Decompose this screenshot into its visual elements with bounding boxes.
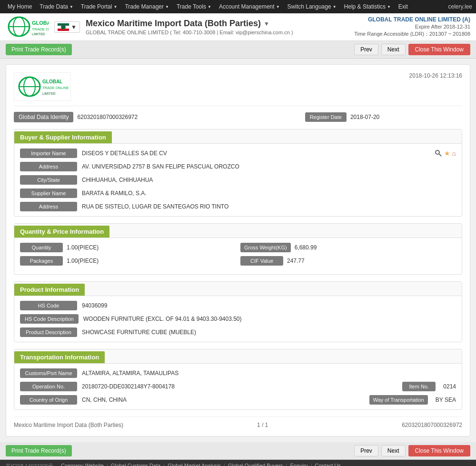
logo-area: GLOBAL TRADE ONLINE LIMITED <box>6 16 49 38</box>
print-button-bottom[interactable]: Print Trade Record(s) <box>6 445 72 456</box>
time-range: Time Range Accessible (LDR)：201307 ~ 201… <box>354 30 470 38</box>
country-selector[interactable]: ▼ <box>54 21 80 33</box>
nav-menu: My Home Trade Data ▼ Trade Portal ▼ Trad… <box>4 0 412 13</box>
importer-name-value: DISEOS Y DETALLES SA DE CV <box>82 150 435 157</box>
hs-code-label: HS Code <box>20 301 77 310</box>
quantity-price-two-col: Quantity 1.00(PIECE) Packages 1.00(PIECE… <box>20 243 456 269</box>
company-logo: GLOBAL TRADE ONLINE LIMITED <box>6 16 49 38</box>
page-footer: 苏ICP备14033305号 Company Website | Global … <box>0 460 476 466</box>
supplier-address-row: Address RUA DE SISTELO, LUGAR DE SANTEGA… <box>20 202 456 211</box>
svg-text:GLOBAL: GLOBAL <box>42 79 62 84</box>
country-flag <box>58 23 69 31</box>
main-content: GLOBAL TRADE ONLINE LIMITED 2018-10-26 1… <box>0 59 476 442</box>
quantity-price-header-wrap: Quantity & Price Information <box>14 224 462 238</box>
quantity-price-section: Quantity & Price Information Quantity 1.… <box>14 223 462 275</box>
svg-text:LIMITED: LIMITED <box>42 92 56 95</box>
prev-button-top[interactable]: Prev <box>354 44 378 55</box>
product-desc-row: Product Description SHOWCASE FURNITURE C… <box>20 327 456 337</box>
footer-enquiry[interactable]: Enquiry <box>290 463 307 466</box>
dropdown-arrow-icon: ▼ <box>71 24 77 30</box>
product-body: HS Code 94036099 HS Code Description WOO… <box>14 296 462 342</box>
header-account-info: GLOBAL TRADE ONLINE LIMITED (A) Expire A… <box>354 16 470 38</box>
hs-code-desc-label: HS Code Description <box>20 314 79 324</box>
importer-address-label: Address <box>20 162 77 171</box>
footer-global-buyers[interactable]: Global Qualified Buyers <box>228 463 283 466</box>
product-section-title: Product Information <box>14 284 85 296</box>
svg-point-12 <box>436 150 439 154</box>
hs-code-desc-value: WOODEN FURNITURE (EXCL. OF 94.01 & 9403.… <box>83 316 456 322</box>
bottom-toolbar-left: Print Trade Record(s) <box>6 445 72 456</box>
nav-exit[interactable]: Exit <box>395 0 412 13</box>
star-icon[interactable]: ★ <box>444 149 450 157</box>
product-desc-label: Product Description <box>20 327 77 337</box>
record-footer: Mexico Maritime Import Data (Both Partie… <box>14 416 462 428</box>
search-icon[interactable] <box>435 149 442 157</box>
buyer-supplier-body: Importer Name DISEOS Y DETALLES SA DE CV… <box>14 144 462 216</box>
customs-port-row: Customs/Port Name ALTAMIRA, ALTAMIRA, TA… <box>20 368 456 378</box>
nav-help-statistics[interactable]: Help & Statistics ▼ <box>340 0 395 13</box>
account-company-name: GLOBAL TRADE ONLINE LIMITED (A) <box>354 16 470 23</box>
buyer-supplier-section: Buyer & Supplier Information Importer Na… <box>14 129 462 217</box>
operation-no-label: Operation No. <box>20 382 77 391</box>
svg-text:TRADE ONLINE: TRADE ONLINE <box>32 27 49 31</box>
title-dropdown-icon[interactable]: ▼ <box>264 20 269 27</box>
nav-my-home[interactable]: My Home <box>4 0 36 13</box>
transportation-section: Transportation Information Customs/Port … <box>14 349 462 410</box>
country-origin-label: Country of Orign <box>20 395 77 405</box>
city-state-label: City/State <box>20 175 77 185</box>
record-header: GLOBAL TRADE ONLINE LIMITED 2018-10-26 1… <box>14 72 462 106</box>
importer-name-row: Importer Name DISEOS Y DETALLES SA DE CV… <box>20 149 456 158</box>
importer-address-value: AV. UNIVERSIDAD 2757 B SAN FELIPE PASCUA… <box>82 163 456 170</box>
footer-contact-us[interactable]: Contact Us <box>315 463 341 466</box>
supplier-address-label: Address <box>20 202 77 211</box>
close-button-bottom[interactable]: Close This Window <box>408 445 470 456</box>
next-button-bottom[interactable]: Next <box>381 445 406 456</box>
quantity-col: Quantity 1.00(PIECE) Packages 1.00(PIECE… <box>20 243 236 269</box>
record-footer-page: 1 / 1 <box>257 422 268 428</box>
footer-global-customs[interactable]: Global Customs Data <box>111 463 161 466</box>
svg-line-13 <box>439 154 441 157</box>
item-no-label: Item No. <box>402 382 436 391</box>
country-origin-value: CN, CHN, CHINA <box>82 397 369 403</box>
nav-trade-tools[interactable]: Trade Tools ▼ <box>173 0 215 13</box>
record-footer-left: Mexico Maritime Import Data (Both Partie… <box>14 422 123 428</box>
print-button-top[interactable]: Print Trade Record(s) <box>6 44 72 55</box>
user-info: celery.lee <box>448 3 472 10</box>
importer-address-row: Address AV. UNIVERSIDAD 2757 B SAN FELIP… <box>20 162 456 171</box>
quantity-value: 1.00(PIECE) <box>67 244 99 251</box>
expire-date: Expire After 2018-12-31 <box>354 24 470 30</box>
importer-name-label: Importer Name <box>20 149 77 158</box>
nav-account-management[interactable]: Account Management ▼ <box>215 0 284 13</box>
transportation-section-title: Transportation Information <box>14 351 105 363</box>
nav-trade-portal[interactable]: Trade Portal ▼ <box>77 0 121 13</box>
gross-weight-label: Gross Weight(KG) <box>240 243 291 252</box>
nav-switch-language[interactable]: Switch Language ▼ <box>284 0 340 13</box>
hs-code-value: 94036099 <box>82 302 456 309</box>
bottom-toolbar: Print Trade Record(s) Prev Next Close Th… <box>0 442 476 460</box>
quantity-row: Quantity 1.00(PIECE) <box>20 243 236 252</box>
register-date-label: Register Date <box>305 112 347 122</box>
country-origin-row: Country of Orign CN, CHN, CHINA Way of T… <box>20 395 456 405</box>
svg-text:TRADE ONLINE: TRADE ONLINE <box>42 86 69 90</box>
company-subtitle: GLOBAL TRADE ONLINE LIMITED ( Tel: 400-7… <box>86 30 348 35</box>
cif-value-row: CIF Value 247.77 <box>240 256 456 266</box>
record-timestamp: 2018-10-26 12:13:16 <box>409 72 462 79</box>
home-icon[interactable]: ⌂ <box>452 149 456 157</box>
footer-company-website[interactable]: Company Website <box>61 463 104 466</box>
buyer-supplier-header-wrap: Buyer & Supplier Information <box>14 129 462 144</box>
next-button-top[interactable]: Next <box>381 44 406 55</box>
toolbar-right: Prev Next Close This Window <box>354 44 470 55</box>
nav-trade-manager[interactable]: Trade Manager ▼ <box>121 0 173 13</box>
footer-global-market[interactable]: Global Market Analysis <box>168 463 221 466</box>
close-button-top[interactable]: Close This Window <box>408 44 470 55</box>
transportation-header-wrap: Transportation Information <box>14 349 462 364</box>
global-data-identity-value: 6203201807000326972 <box>77 114 301 120</box>
nav-trade-data[interactable]: Trade Data ▼ <box>36 0 77 13</box>
packages-row: Packages 1.00(PIECE) <box>20 256 236 266</box>
prev-button-bottom[interactable]: Prev <box>354 445 378 456</box>
quantity-label: Quantity <box>20 243 63 252</box>
city-state-row: City/State CHIHUAHUA, CHIHUAHUA <box>20 175 456 185</box>
global-data-identity-label: Global Data Identity <box>14 112 73 122</box>
customs-port-label: Customs/Port Name <box>20 368 77 378</box>
item-no-value: 0214 <box>439 383 456 390</box>
